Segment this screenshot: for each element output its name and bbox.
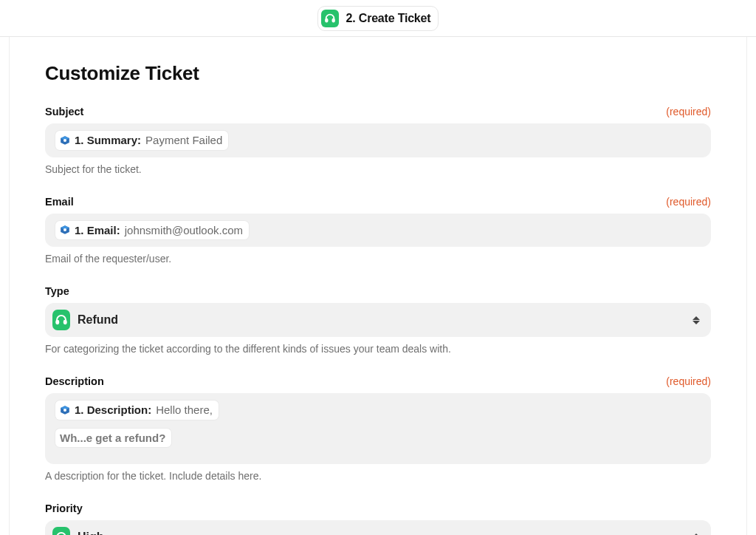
description-label: Description: [45, 375, 104, 387]
subject-input[interactable]: 1. Summary: Payment Failed: [45, 123, 711, 157]
subject-token-value: Payment Failed: [145, 133, 222, 148]
subject-label: Subject: [45, 106, 83, 117]
step-title: 2. Create Ticket: [346, 12, 431, 25]
chevron-sort-icon: [692, 314, 701, 326]
priority-label: Priority: [45, 502, 83, 514]
description-input[interactable]: 1. Description: Hello there, Wh...e get …: [45, 393, 711, 464]
type-value: Refund: [78, 313, 684, 327]
svg-rect-0: [326, 18, 328, 21]
zapier-step-icon: [60, 135, 70, 146]
type-label: Type: [45, 285, 69, 297]
field-priority: Priority High: [45, 502, 711, 535]
email-token-head: 1. Email:: [75, 223, 120, 238]
field-type: Type Refund For categorizing the ticket …: [45, 285, 711, 355]
type-select[interactable]: Refund: [45, 303, 711, 337]
description-required: (required): [666, 375, 711, 387]
svg-point-12: [63, 409, 66, 412]
type-help: For categorizing the ticket according to…: [45, 343, 711, 355]
subject-token-head: 1. Summary:: [75, 133, 141, 148]
priority-value: High: [78, 531, 684, 535]
freshdesk-icon: [52, 310, 70, 330]
freshdesk-icon: [321, 10, 339, 27]
email-input[interactable]: 1. Email: johnsmith@outlook.com: [45, 214, 711, 248]
main-panel: Customize Ticket Subject (required) 1. S…: [9, 37, 747, 535]
description-token-extra[interactable]: Wh...e get a refund?: [55, 429, 171, 448]
description-token-value: Hello there,: [156, 403, 213, 418]
priority-select[interactable]: High: [45, 520, 711, 535]
svg-point-7: [63, 228, 66, 231]
step-badge[interactable]: 2. Create Ticket: [317, 6, 439, 31]
description-token[interactable]: 1. Description: Hello there,: [55, 401, 219, 420]
email-token-value: johnsmith@outlook.com: [125, 223, 243, 238]
page-title: Customize Ticket: [45, 62, 711, 85]
description-help: A description for the ticket. Include de…: [45, 470, 711, 482]
step-header: 2. Create Ticket: [0, 0, 756, 37]
email-help: Email of the requester/user.: [45, 253, 711, 265]
description-extra-text: Wh...e get a refund?: [60, 431, 165, 446]
freshdesk-icon: [52, 527, 70, 535]
email-required: (required): [666, 196, 711, 208]
subject-token[interactable]: 1. Summary: Payment Failed: [55, 131, 228, 150]
field-description: Description (required) 1. Description: H…: [45, 375, 711, 482]
svg-rect-1: [332, 18, 334, 21]
svg-rect-8: [56, 321, 58, 324]
email-label: Email: [45, 196, 74, 208]
zapier-step-icon: [60, 225, 70, 235]
field-subject: Subject (required) 1. Summary: Payment F…: [45, 106, 711, 175]
email-token[interactable]: 1. Email: johnsmith@outlook.com: [55, 221, 249, 240]
zapier-step-icon: [60, 405, 70, 415]
svg-rect-9: [64, 321, 66, 324]
subject-required: (required): [666, 106, 711, 117]
field-email: Email (required) 1. Email: johnsmith@out…: [45, 196, 711, 265]
description-token-head: 1. Description:: [75, 403, 151, 418]
svg-point-4: [63, 139, 66, 142]
chevron-sort-icon: [692, 531, 701, 535]
subject-help: Subject for the ticket.: [45, 163, 711, 175]
